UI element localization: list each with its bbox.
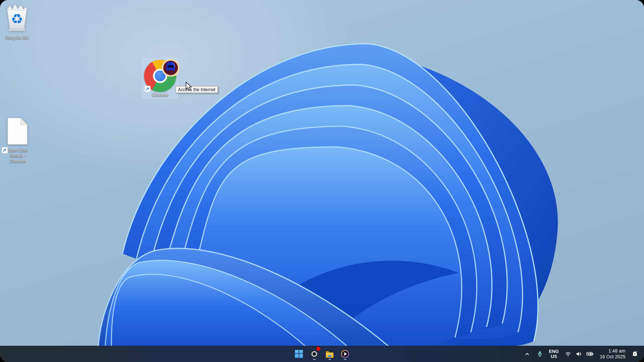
tooltip-text: Access the Internet — [178, 87, 216, 92]
taskbar: ENG US — [0, 346, 644, 362]
chrome-profile-badge-icon — [162, 59, 180, 77]
tray-hidden-icons-button[interactable] — [524, 351, 530, 357]
document-icon — [7, 117, 28, 145]
tray-wifi-button[interactable] — [565, 351, 572, 357]
tray-volume-button[interactable] — [576, 351, 582, 357]
language-region: US — [549, 354, 559, 359]
windows-logo-icon — [295, 350, 303, 358]
microphone-icon — [537, 351, 543, 357]
battery-charging-icon — [586, 351, 594, 357]
tray-microphone-indicator[interactable] — [537, 351, 543, 357]
shortcut-arrow-icon — [2, 147, 8, 154]
desktop-icon-chrome[interactable]: Chrome — [142, 58, 178, 98]
recording-badge — [316, 347, 320, 351]
tooltip: Access the Internet — [176, 86, 218, 93]
mouse-cursor — [185, 82, 194, 92]
bloom-wallpaper — [0, 0, 644, 362]
wifi-icon — [565, 351, 572, 357]
desktop-icon-john-chrome[interactable]: John (Jon Snow) - Chrome — [1, 117, 34, 164]
taskbar-center-icons — [294, 346, 350, 362]
obs-studio-icon — [310, 350, 318, 358]
running-indicator — [328, 359, 331, 360]
windows-desktop: ♻ Recycle Bin John (Jon Snow) - Chrome — [0, 0, 644, 362]
language-code: ENG — [549, 349, 559, 354]
svg-text:z: z — [636, 351, 638, 352]
taskbar-button-obs-studio[interactable] — [310, 347, 319, 361]
shortcut-arrow-icon — [144, 86, 151, 93]
file-explorer-icon — [325, 350, 334, 358]
media-player-icon — [341, 350, 349, 358]
clock-date: 16 Oct 2025 — [600, 354, 626, 360]
notification-bell-dnd-icon: z z — [632, 351, 638, 358]
tray-language-switcher[interactable]: ENG US — [549, 349, 559, 359]
tray-clock[interactable]: 1:48 am 16 Oct 2025 — [600, 348, 626, 360]
icon-label-chrome: Chrome — [152, 92, 168, 98]
tray-notification-button[interactable]: z z — [632, 351, 638, 358]
volume-icon — [576, 351, 582, 357]
icon-label-recycle-bin: Recycle Bin — [5, 35, 29, 40]
desktop-icon-recycle-bin[interactable]: ♻ Recycle Bin — [1, 2, 33, 40]
svg-text:♻: ♻ — [11, 11, 23, 27]
clock-time: 1:48 am — [600, 348, 626, 354]
recycle-bin-icon: ♻ — [6, 2, 29, 32]
chevron-up-icon — [524, 351, 530, 357]
start-button[interactable] — [294, 347, 304, 361]
system-tray: ENG US — [524, 346, 640, 362]
running-indicator — [313, 359, 316, 360]
taskbar-button-media-player[interactable] — [340, 347, 350, 361]
running-indicator — [344, 359, 346, 360]
tray-battery-button[interactable] — [586, 351, 594, 357]
svg-text:z: z — [634, 352, 636, 355]
taskbar-button-file-explorer[interactable] — [325, 347, 334, 361]
